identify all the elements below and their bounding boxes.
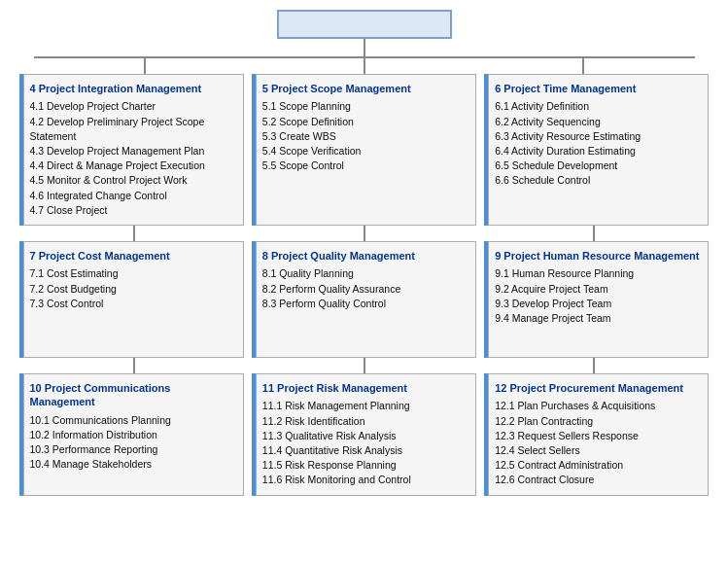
col-2-0: 10 Project Communications Management10.1… [19, 373, 244, 496]
col-0-0: 4 Project Integration Management4.1 Deve… [19, 74, 244, 226]
root-down-connector [364, 39, 365, 56]
diagram: 4 Project Integration Management4.1 Deve… [10, 10, 718, 496]
top-hline [34, 56, 695, 58]
col-2-2: 12 Project Procurement Management12.1 Pl… [484, 373, 709, 496]
col-1-2: 9 Project Human Resource Management9.1 H… [484, 241, 709, 358]
v-connector [593, 226, 595, 241]
box-item: 7.2 Cost Budgeting [30, 282, 235, 297]
box-title: 5 Project Scope Management [262, 82, 468, 95]
spacer-col [249, 358, 479, 373]
box-title: 7 Project Cost Management [30, 249, 235, 263]
box-item: 12.4 Select Sellers [495, 443, 700, 458]
v-connector [133, 226, 135, 241]
col-0-2: 6 Project Time Management6.1 Activity De… [484, 74, 709, 226]
box-title: 6 Project Time Management [495, 82, 700, 95]
box-item: 6.6 Schedule Control [495, 173, 700, 188]
row1-spacer [19, 226, 710, 241]
box-item: 8.2 Perform Quality Assurance [262, 282, 468, 297]
box-item: 9.2 Acquire Project Team [495, 282, 700, 297]
box-title: 9 Project Human Resource Management [495, 249, 700, 263]
box-item: 4.3 Develop Project Management Plan [30, 144, 235, 158]
box-item: 6.5 Schedule Development [495, 158, 700, 173]
knowledge-box-0-0: 4 Project Integration Management4.1 Deve… [23, 74, 244, 226]
knowledge-box-2-1: 11 Project Risk Management11.1 Risk Mana… [256, 373, 476, 496]
box-item: 4.5 Monitor & Control Project Work [30, 173, 235, 188]
spacer-col [19, 358, 250, 373]
box-item: 6.4 Activity Duration Estimating [495, 144, 700, 158]
box-title: 12 Project Procurement Management [495, 381, 700, 395]
knowledge-box-1-1: 8 Project Quality Management8.1 Quality … [256, 241, 476, 358]
box-item: 4.2 Develop Preliminary Project Scope St… [30, 115, 235, 144]
box-title: 10 Project Communications Management [30, 381, 235, 409]
root-node [277, 10, 452, 39]
box-item: 9.4 Manage Project Team [495, 311, 700, 326]
box-item: 11.2 Risk Identification [262, 414, 468, 429]
v-connector [364, 358, 365, 373]
row-3: 10 Project Communications Management10.1… [19, 373, 710, 496]
knowledge-box-1-0: 7 Project Cost Management7.1 Cost Estima… [23, 241, 244, 358]
box-item: 11.4 Quantitative Risk Analysis [262, 443, 468, 458]
col-1-0: 7 Project Cost Management7.1 Cost Estima… [19, 241, 244, 358]
box-title: 4 Project Integration Management [30, 82, 235, 95]
row-2: 7 Project Cost Management7.1 Cost Estima… [19, 241, 710, 358]
box-item: 4.6 Integrated Change Control [30, 189, 235, 203]
box-item: 8.1 Quality Planning [262, 266, 468, 281]
box-item: 12.1 Plan Purchases & Acquisitions [495, 399, 700, 413]
box-item: 7.3 Cost Control [30, 297, 235, 311]
box-item: 4.4 Direct & Manage Project Execution [30, 158, 235, 173]
v-connector [133, 358, 135, 373]
col-0-1: 5 Project Scope Management5.1 Scope Plan… [252, 74, 476, 226]
box-item: 11.6 Risk Monitoring and Control [262, 473, 468, 487]
spacer-col [19, 226, 250, 241]
box-item: 6.1 Activity Definition [495, 99, 700, 114]
box-item: 11.1 Risk Management Planning [262, 399, 468, 413]
v-connector [364, 226, 365, 241]
box-item: 12.3 Request Sellers Response [495, 429, 700, 443]
knowledge-box-2-2: 12 Project Procurement Management12.1 Pl… [488, 373, 709, 496]
box-item: 12.2 Plan Contracting [495, 414, 700, 429]
box-title: 11 Project Risk Management [262, 381, 468, 395]
box-item: 6.2 Activity Sequencing [495, 115, 700, 129]
box-item: 5.3 Create WBS [262, 129, 468, 144]
box-item: 11.3 Qualitative Risk Analysis [262, 429, 468, 443]
box-item: 10.2 Information Distribution [30, 428, 235, 442]
box-item: 5.2 Scope Definition [262, 115, 468, 129]
box-item: 10.3 Performance Reporting [30, 442, 235, 457]
box-item: 7.1 Cost Estimating [30, 266, 235, 281]
spacer-col [479, 226, 710, 241]
v-connector [593, 358, 595, 373]
knowledge-box-0-1: 5 Project Scope Management5.1 Scope Plan… [256, 74, 476, 226]
box-item: 5.1 Scope Planning [262, 99, 468, 114]
knowledge-box-0-2: 6 Project Time Management6.1 Activity De… [488, 74, 709, 226]
col-1-1: 8 Project Quality Management8.1 Quality … [252, 241, 476, 358]
row-1: 4 Project Integration Management4.1 Deve… [19, 74, 710, 226]
spacer-col [249, 226, 479, 241]
box-item: 9.3 Develop Project Team [495, 297, 700, 311]
knowledge-box-1-2: 9 Project Human Resource Management9.1 H… [488, 241, 709, 358]
box-item: 5.5 Scope Control [262, 158, 468, 173]
box-item: 10.4 Manage Stakeholders [30, 457, 235, 472]
spacer-col [479, 358, 710, 373]
box-item: 12.6 Contract Closure [495, 473, 700, 487]
box-item: 6.3 Activity Resource Estimating [495, 129, 700, 144]
box-item: 4.1 Develop Project Charter [30, 99, 235, 114]
box-title: 8 Project Quality Management [262, 249, 468, 263]
box-item: 8.3 Perform Quality Control [262, 297, 468, 311]
box-item: 12.5 Contract Administration [495, 458, 700, 473]
box-item: 4.7 Close Project [30, 203, 235, 218]
box-item: 9.1 Human Resource Planning [495, 266, 700, 281]
box-item: 10.1 Communications Planning [30, 413, 235, 428]
row2-spacer [19, 358, 710, 373]
col-2-1: 11 Project Risk Management11.1 Risk Mana… [252, 373, 476, 496]
box-item: 11.5 Risk Response Planning [262, 458, 468, 473]
knowledge-box-2-0: 10 Project Communications Management10.1… [23, 373, 244, 496]
box-item: 5.4 Scope Verification [262, 144, 468, 158]
